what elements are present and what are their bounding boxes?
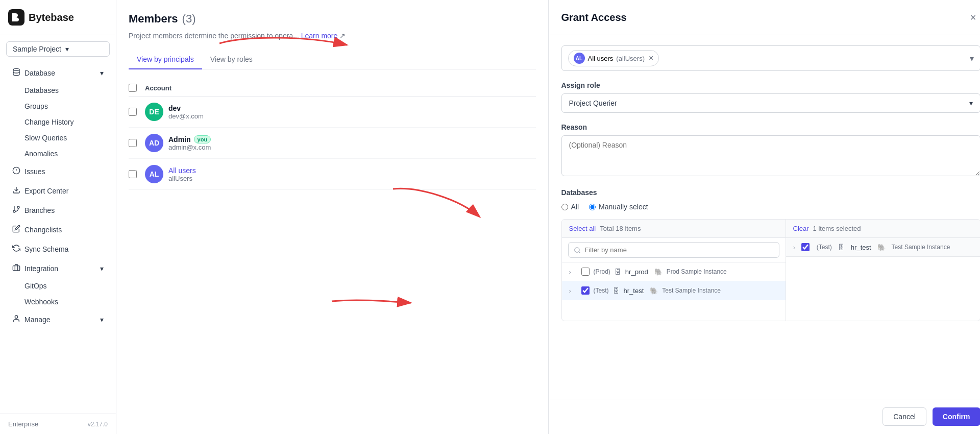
- right-panel-checkbox[interactable]: [801, 243, 810, 251]
- page-description: Project members determine the permission…: [129, 32, 536, 40]
- member-email-allusers: allUsers: [168, 175, 196, 182]
- table-header: Account: [129, 80, 536, 97]
- radio-manually-label: Manually select: [599, 203, 648, 211]
- radio-all-input[interactable]: [561, 204, 568, 210]
- sidebar-item-issues[interactable]: Issues: [4, 162, 112, 181]
- modal-container: Grant Access × AL All users (allUsers) ×…: [549, 0, 981, 434]
- member-info-dev: dev dev@x.com: [168, 104, 204, 120]
- sidebar-item-changelists[interactable]: Changelists: [4, 220, 112, 239]
- integration-chevron-icon: ▾: [100, 264, 104, 273]
- project-name: Sample Project: [13, 45, 61, 53]
- user-selector[interactable]: AL All users (allUsers) × ▾: [561, 45, 981, 71]
- sidebar-item-integration-label: Integration: [24, 264, 58, 273]
- radio-all-label: All: [571, 203, 579, 211]
- tab-view-by-roles[interactable]: View by roles: [202, 50, 261, 69]
- radio-manually-input[interactable]: [589, 204, 596, 210]
- checkbox-test[interactable]: [581, 286, 590, 295]
- selected-count: 1 items selected: [813, 225, 861, 232]
- right-instance: Test Sample Instance: [892, 244, 950, 251]
- sidebar-item-export-center[interactable]: Export Center: [4, 181, 112, 200]
- database-radio-group: All Manually select: [561, 203, 981, 211]
- bytebase-logo-icon: [8, 9, 24, 26]
- user-selector-chevron-icon: ▾: [970, 54, 974, 63]
- member-email-dev: dev@x.com: [168, 112, 204, 120]
- reason-textarea[interactable]: [561, 135, 981, 176]
- avatar-dev: DE: [145, 103, 163, 121]
- db-item-prod[interactable]: › (Prod) 🗄 hr_prod 🐘 Prod Sample Instanc…: [562, 262, 786, 281]
- sidebar-item-slow-queries[interactable]: Slow Queries: [4, 130, 112, 146]
- learn-more-link[interactable]: Learn more: [301, 32, 338, 40]
- user-chip-name: All users: [588, 55, 614, 62]
- sidebar-item-anomalies[interactable]: Anomalies: [4, 146, 112, 161]
- right-instance-icon: 🐘: [877, 244, 886, 251]
- row-checkbox-allusers[interactable]: [129, 170, 137, 178]
- sidebar-item-issues-label: Issues: [24, 167, 45, 176]
- radio-all[interactable]: All: [561, 203, 579, 211]
- expand-test-icon[interactable]: ›: [569, 287, 577, 295]
- user-chip-remove-button[interactable]: ×: [649, 54, 653, 62]
- reason-label: Reason: [561, 123, 981, 131]
- grant-access-modal: Grant Access × AL All users (allUsers) ×…: [548, 0, 981, 434]
- right-schema-icon: 🗄: [838, 244, 845, 251]
- logo: Bytebase: [0, 0, 116, 35]
- member-count: (3): [182, 12, 196, 26]
- table-row: AL All users allUsers: [129, 159, 536, 190]
- changelists-icon: [12, 225, 20, 234]
- sidebar-item-webhooks[interactable]: Webhooks: [4, 294, 112, 309]
- tab-view-by-principals[interactable]: View by principals: [129, 50, 202, 69]
- database-right-panel: Clear 1 items selected › (Test) 🗄 hr_tes…: [786, 220, 980, 321]
- main-content: Members (3) Project members determine th…: [116, 0, 548, 434]
- db-item-test[interactable]: › (Test) 🗄 hr_test 🐘 Test Sample Instanc…: [562, 281, 786, 300]
- you-badge: you: [194, 135, 211, 143]
- select-all-button[interactable]: Select all: [569, 225, 596, 232]
- avatar-allusers: AL: [145, 165, 163, 183]
- role-chevron-icon: ▾: [969, 99, 973, 107]
- sidebar-item-database-label: Database: [24, 69, 55, 77]
- members-table: Account DE dev dev@x.com AD: [129, 80, 536, 190]
- svg-point-7: [17, 206, 19, 208]
- right-panel-header: › (Test) 🗄 hr_test 🐘 Test Sample Instanc…: [786, 238, 980, 257]
- sidebar-item-branches[interactable]: Branches: [4, 201, 112, 220]
- svg-point-8: [13, 210, 15, 212]
- project-chevron-icon: ▾: [65, 45, 69, 53]
- instance-icon-test: 🐘: [650, 287, 658, 295]
- sidebar-item-sync-schema[interactable]: Sync Schema: [4, 239, 112, 258]
- row-checkbox-dev[interactable]: [129, 108, 137, 116]
- role-select[interactable]: Project Querier ▾: [561, 93, 981, 113]
- sidebar-item-gitops[interactable]: GitOps: [4, 278, 112, 294]
- filter-section: [562, 238, 786, 262]
- filter-input[interactable]: [568, 242, 779, 258]
- expand-prod-icon[interactable]: ›: [569, 268, 577, 276]
- avatar-admin: AD: [145, 134, 163, 152]
- select-all-checkbox[interactable]: [129, 84, 137, 92]
- modal-close-button[interactable]: ×: [966, 10, 981, 25]
- user-chip-avatar: AL: [574, 53, 585, 64]
- checkbox-prod[interactable]: [581, 268, 590, 276]
- radio-manually[interactable]: Manually select: [589, 203, 648, 211]
- cancel-button[interactable]: Cancel: [883, 407, 926, 426]
- instance-icon-prod: 🐘: [654, 268, 663, 276]
- row-checkbox-admin[interactable]: [129, 139, 137, 147]
- databases-section: Databases All Manually select: [561, 188, 981, 321]
- sidebar-item-groups[interactable]: Groups: [4, 99, 112, 114]
- user-chip: AL All users (allUsers) ×: [568, 50, 659, 66]
- modal-header: Grant Access ×: [549, 0, 981, 35]
- test-schema-name: hr_test: [624, 287, 644, 295]
- manage-chevron-icon: ▾: [100, 316, 104, 324]
- sidebar-item-database[interactable]: Database ▾: [4, 63, 112, 82]
- table-row: AD Admin you admin@x.com: [129, 128, 536, 159]
- test-tag: (Test): [594, 287, 609, 294]
- sidebar-item-databases[interactable]: Databases: [4, 83, 112, 98]
- database-list: › (Prod) 🗄 hr_prod 🐘 Prod Sample Instanc…: [562, 262, 786, 321]
- sidebar-item-manage[interactable]: Manage ▾: [4, 310, 112, 329]
- prod-tag: (Prod): [594, 268, 610, 275]
- prod-schema-name: hr_prod: [625, 268, 648, 276]
- sidebar-item-integration[interactable]: Integration ▾: [4, 259, 112, 278]
- total-count: Total 18 items: [600, 225, 641, 232]
- sidebar-item-change-history[interactable]: Change History: [4, 114, 112, 130]
- database-chevron-icon: ▾: [100, 69, 104, 77]
- project-selector[interactable]: Sample Project ▾: [6, 41, 110, 57]
- confirm-button[interactable]: Confirm: [933, 407, 980, 426]
- sidebar-item-branches-label: Branches: [24, 206, 55, 214]
- clear-button[interactable]: Clear: [793, 225, 809, 232]
